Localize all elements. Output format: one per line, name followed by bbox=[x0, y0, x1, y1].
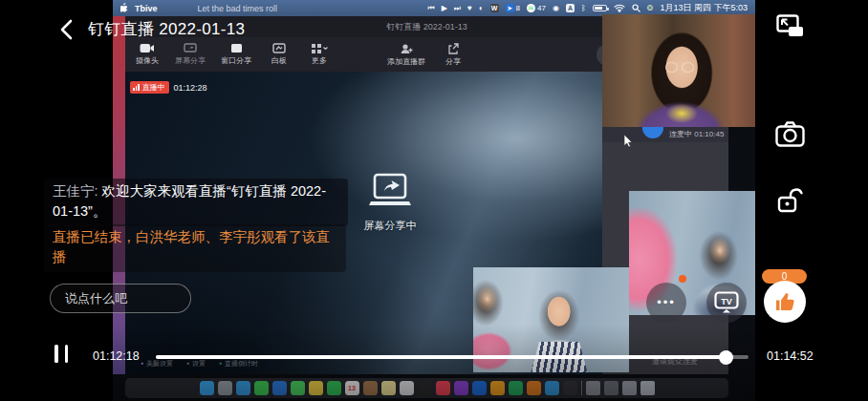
live-bottom-hints: 美颜设置 设置 直播倒计时 bbox=[141, 359, 258, 369]
reminders-dock-icon bbox=[400, 381, 414, 395]
prev-track-icon: ⏮ bbox=[427, 4, 434, 13]
screen-share-button: 屏幕分享 bbox=[175, 43, 206, 66]
maps-dock-icon bbox=[291, 381, 305, 395]
cursor-badge: ➤8 bbox=[506, 4, 520, 12]
trash-dock-icon bbox=[640, 381, 655, 395]
tv-dock-icon bbox=[418, 381, 432, 395]
signal-bars-icon bbox=[133, 84, 140, 91]
back-button[interactable] bbox=[59, 19, 73, 40]
search-icon bbox=[632, 4, 640, 12]
progress-fill bbox=[156, 355, 727, 359]
mouse-cursor bbox=[623, 134, 634, 148]
window-thumb-dock-icon bbox=[622, 381, 637, 395]
screenshot-camera-button[interactable] bbox=[775, 121, 805, 147]
menubar-app-name: Tbive bbox=[135, 4, 158, 13]
more-dots-icon: ••• bbox=[657, 298, 676, 307]
wechat-badge: ✉47 bbox=[527, 4, 546, 12]
add-group-icon bbox=[400, 43, 413, 54]
window-share-icon bbox=[230, 43, 243, 53]
siri-icon: ❂ bbox=[647, 4, 654, 12]
calendar-dock-icon: 13 bbox=[345, 381, 359, 395]
share-icon bbox=[447, 43, 459, 54]
pages-dock-icon bbox=[527, 381, 541, 395]
playback-pause-button[interactable] bbox=[54, 345, 72, 363]
screen-share-icon bbox=[184, 43, 197, 53]
svg-text:TV: TV bbox=[721, 297, 732, 306]
mic-connected-row: 连麦中 01:10:45 bbox=[602, 126, 728, 142]
laptop-share-icon bbox=[367, 173, 413, 211]
bluetooth-icon: ᛒ bbox=[581, 4, 586, 12]
current-time: 01:12:18 bbox=[93, 349, 140, 363]
appstore-dock-icon bbox=[472, 381, 487, 395]
chat-sender-name: 王佳宁: bbox=[53, 183, 98, 199]
mail-dock-icon bbox=[272, 381, 287, 395]
total-time: 01:14:52 bbox=[767, 349, 814, 363]
camera-app-dock-icon bbox=[563, 381, 577, 395]
play-icon: ▶ bbox=[442, 4, 447, 12]
comment-input[interactable] bbox=[50, 284, 191, 313]
facetime-dock-icon bbox=[327, 381, 341, 395]
tv-cast-icon: TV bbox=[714, 291, 739, 314]
dock: 13 bbox=[125, 378, 728, 398]
menubar-song-title: Let the bad times roll bbox=[198, 4, 278, 13]
record-dot bbox=[679, 275, 686, 283]
live-status: 直播中 01:12:28 bbox=[130, 81, 207, 94]
glasses-shape bbox=[665, 62, 694, 73]
wifi-icon bbox=[614, 4, 625, 12]
more-options-button[interactable]: ••• bbox=[646, 283, 686, 323]
notes-dock-icon bbox=[381, 381, 396, 395]
whiteboard-button: 白板 bbox=[267, 43, 292, 66]
siri-dock-icon bbox=[200, 381, 214, 395]
numbers-dock-icon bbox=[509, 381, 523, 395]
window-thumb-dock-icon bbox=[586, 381, 600, 395]
play-circle-icon: ◉ bbox=[553, 4, 559, 12]
w-app-icon: W bbox=[490, 4, 499, 12]
thumbs-up-icon bbox=[774, 291, 795, 312]
folder-dock-icon bbox=[363, 381, 378, 395]
chat-message: 王佳宁: 欢迎大家来观看直播“钉钉直播 2022-01-13”。 bbox=[44, 179, 348, 226]
cast-to-tv-button[interactable]: TV bbox=[706, 283, 747, 323]
input-method-icon: A bbox=[566, 4, 575, 12]
mic-connected-status: 连麦中 01:10:45 bbox=[669, 129, 724, 139]
more-tools-button: 更多 bbox=[307, 43, 332, 66]
whiteboard-icon bbox=[272, 43, 286, 53]
charts-dock-icon bbox=[545, 381, 559, 395]
live-timer: 01:12:28 bbox=[174, 83, 207, 93]
menubar-datetime: 1月13日 周四 下午5:03 bbox=[660, 2, 748, 14]
battery-icon bbox=[593, 5, 607, 11]
safari-dock-icon bbox=[236, 381, 250, 395]
launchpad-dock-icon bbox=[218, 381, 232, 395]
window-thumb-dock-icon bbox=[604, 381, 618, 395]
grid-more-icon bbox=[311, 43, 328, 53]
messages-dock-icon bbox=[254, 381, 269, 395]
window-share-button: 窗口分享 bbox=[221, 43, 251, 66]
video-camera-icon bbox=[140, 43, 155, 53]
share-button: 分享 bbox=[441, 43, 466, 67]
progress-thumb[interactable] bbox=[719, 350, 733, 365]
podcasts-dock-icon bbox=[454, 381, 468, 395]
photos-dock-icon bbox=[309, 381, 323, 395]
progress-bar[interactable] bbox=[156, 355, 749, 359]
dock-separator bbox=[581, 381, 582, 395]
music-dock-icon bbox=[436, 381, 450, 395]
window-title: 钉钉直播 2022-01-13 bbox=[386, 21, 467, 33]
add-live-group-button: 添加直播群 bbox=[387, 43, 425, 67]
lock-open-button[interactable] bbox=[777, 187, 804, 214]
live-badge-label: 直播中 bbox=[142, 82, 165, 93]
heart-icon: ♥ bbox=[467, 4, 472, 12]
page-title: 钉钉直播 2022-01-13 bbox=[88, 18, 245, 40]
system-message: 直播已结束，白洪华老师、李宇彤观看了该直播 bbox=[44, 224, 346, 272]
like-button[interactable] bbox=[764, 281, 806, 323]
webcam-host bbox=[602, 14, 755, 127]
camera-toggle-button: 摄像头 bbox=[135, 43, 160, 66]
globe-icon: ◐ bbox=[479, 4, 484, 12]
picture-in-picture-button[interactable] bbox=[776, 14, 805, 39]
next-track-icon: ⏭ bbox=[454, 4, 461, 13]
apple-icon bbox=[120, 3, 129, 13]
keynote-dock-icon bbox=[490, 381, 505, 395]
